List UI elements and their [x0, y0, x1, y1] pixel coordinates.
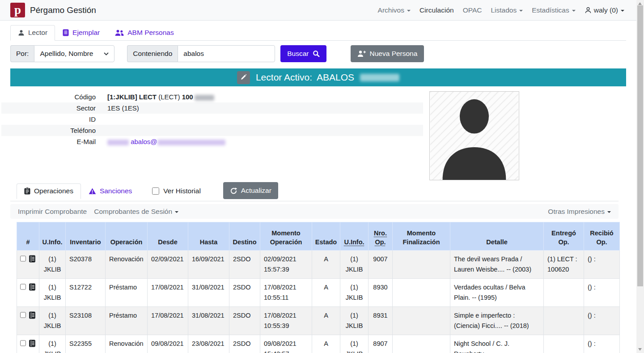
cell-operacion: Préstamo: [106, 307, 148, 335]
cell-sel: [17, 335, 39, 353]
imprimir-comprobante-link[interactable]: Imprimir Comprobante: [18, 208, 87, 216]
search-by-select[interactable]: Apellido, Nombre: [34, 45, 114, 62]
nav-user-menu[interactable]: waly (0): [585, 6, 624, 14]
cell-hasta: 23/08/2021: [188, 335, 229, 353]
cell-detalle: Night School / C. J. Daugherty: [450, 335, 544, 353]
column-header-momento_op: Momento Operación: [260, 222, 312, 251]
main-tabs: Lector Ejemplar ABM Personas: [10, 25, 626, 41]
cell-estado: A: [312, 335, 340, 353]
column-header-recibio: Recibió Op.: [584, 222, 620, 251]
por-label: Por:: [10, 45, 34, 62]
detail-row-sector: Sector 1ES (1ES): [1, 102, 423, 114]
cell-destino: 2SDO: [229, 279, 260, 307]
book-icon[interactable]: [29, 340, 36, 347]
book-icon[interactable]: [29, 255, 36, 263]
operations-table: #U.Info.InventarioOperaciónDesdeHastaDes…: [17, 222, 620, 353]
page-scrollbar[interactable]: [636, 0, 644, 353]
tab-ejemplar[interactable]: Ejemplar: [55, 25, 107, 41]
cell-inventario: S22355: [66, 335, 106, 353]
cell-momento_fin: [393, 279, 450, 307]
nav-estadisticas[interactable]: Estadísticas: [532, 6, 576, 14]
column-header-momento_fin: Momento Finalización: [393, 222, 450, 251]
logo-letter: p: [14, 4, 21, 16]
column-header-entrego: Entregó Op.: [544, 222, 584, 251]
buscar-button[interactable]: Buscar: [280, 45, 326, 62]
nueva-persona-button[interactable]: Nueva Persona: [351, 45, 424, 62]
warning-triangle-icon: [89, 188, 96, 195]
actualizar-button[interactable]: Actualizar: [223, 182, 278, 199]
scroll-down-icon[interactable]: [638, 348, 642, 351]
cell-momento_fin: [393, 307, 450, 335]
tab-abm-personas[interactable]: ABM Personas: [107, 25, 181, 41]
row-checkbox[interactable]: [20, 255, 26, 262]
id-label: ID: [1, 114, 102, 125]
tab-operaciones[interactable]: Operaciones: [17, 183, 81, 199]
sector-label: Sector: [1, 102, 102, 114]
book-icon[interactable]: [29, 283, 36, 291]
pencil-icon: [240, 74, 246, 81]
cell-momento_op: 02/09/2021 15:57:39: [260, 251, 312, 279]
nav-listados[interactable]: Listados: [491, 6, 523, 14]
person-outline-icon: [585, 7, 592, 14]
email-link[interactable]: abalos@: [131, 138, 157, 145]
nav-opac[interactable]: OPAC: [463, 6, 482, 14]
cell-uinfo2: (1) JKLIB: [340, 307, 369, 335]
cell-desde: 09/08/2021: [148, 335, 188, 353]
nav-circulacion[interactable]: Circulación: [419, 6, 454, 14]
search-input[interactable]: [178, 45, 275, 62]
cell-entrego: [544, 279, 584, 307]
cell-uinfo: (1) JKLIB: [39, 251, 66, 279]
refresh-icon: [230, 187, 237, 195]
chevron-down-icon: [607, 211, 611, 213]
pergamo-logo-icon[interactable]: p: [10, 3, 25, 17]
scrollbar-thumb[interactable]: [637, 5, 643, 286]
column-header-hasta: Hasta: [188, 222, 229, 251]
tab-lector[interactable]: Lector: [10, 25, 55, 41]
id-value: [102, 114, 107, 125]
email-label: E-Mail: [1, 136, 102, 147]
detail-row-id: ID: [1, 114, 423, 125]
edit-reader-button[interactable]: [237, 71, 250, 84]
cell-desde: 17/08/2021: [148, 279, 188, 307]
cell-recibio: () :: [584, 251, 620, 279]
row-checkbox[interactable]: [20, 340, 26, 347]
select-chevron-icon: [104, 52, 109, 55]
ver-historial-input[interactable]: [152, 187, 159, 195]
cell-nro_op: 8907: [369, 335, 393, 353]
otras-impresiones-dropdown[interactable]: Otras Impresiones: [548, 208, 611, 216]
row-checkbox[interactable]: [20, 283, 26, 290]
reader-photo-placeholder: [429, 91, 519, 180]
table-row: (1) JKLIBS23108Préstamo17/08/202131/08/2…: [17, 307, 620, 335]
cell-estado: A: [312, 251, 340, 279]
tab-sanciones[interactable]: Sanciones: [81, 183, 140, 199]
cell-sel: [17, 279, 39, 307]
chevron-down-icon: [175, 211, 178, 213]
ver-historial-checkbox[interactable]: Ver Historial: [152, 187, 201, 195]
person-plus-icon: [357, 50, 366, 57]
people-icon: [115, 30, 124, 36]
active-reader-banner: Lector Activo:ABALOS: [10, 68, 626, 86]
cell-entrego: [544, 335, 584, 353]
nav-archivos[interactable]: Archivos: [378, 6, 411, 14]
column-header-operacion: Operación: [106, 222, 148, 251]
cell-hasta: 31/08/2021: [188, 279, 229, 307]
reader-details: Código [1:JKLIB] LECT (LECT) 100 Sector …: [1, 91, 423, 147]
cell-sel: [17, 251, 39, 279]
book-icon: [63, 29, 69, 36]
cell-inventario: S12722: [66, 279, 106, 307]
scroll-up-icon[interactable]: [638, 2, 642, 5]
cell-recibio: () :: [584, 335, 620, 353]
book-icon[interactable]: [29, 311, 36, 319]
row-checkbox[interactable]: [20, 311, 26, 319]
person-icon: [18, 30, 25, 36]
cell-estado: A: [312, 307, 340, 335]
codigo-label: Código: [1, 91, 102, 102]
redacted-email-domain: [157, 140, 225, 145]
cell-estado: A: [312, 279, 340, 307]
top-navbar: p Pérgamo Gestión Archivos Circulación O…: [0, 0, 644, 21]
column-header-inventario: Inventario: [66, 222, 106, 251]
comprobantes-sesion-dropdown[interactable]: Comprobantes de Sesión: [94, 208, 178, 216]
cell-recibio: () :: [584, 307, 620, 335]
cell-momento_fin: [393, 335, 450, 353]
table-row: (1) JKLIBS22355Renovación09/08/202123/08…: [17, 335, 620, 353]
